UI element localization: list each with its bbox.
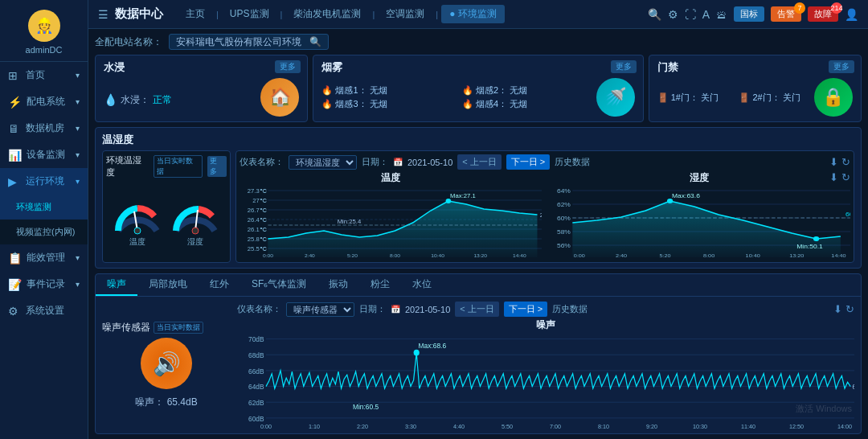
chart-controls: 仪表名称： 环境温湿度 日期： 📅 2021-05-10 < 上一日 下一日 >…	[240, 154, 850, 170]
chevron-datacenter: ▾	[76, 124, 80, 133]
refresh-icon[interactable]: ↻	[841, 156, 850, 168]
station-header: 全配电站名称： 🔍	[95, 34, 862, 50]
tab-dust[interactable]: 粉尘	[359, 274, 401, 296]
svg-text:0:00: 0:00	[574, 253, 585, 257]
badge-national[interactable]: 国标	[734, 6, 764, 22]
sidebar: 👷 adminDC ⊞ 首页 ▾ ⚡ 配电系统 ▾ 🖥 数据机房 ▾ 📊 设备监…	[0, 0, 88, 439]
noise-rt-badge[interactable]: 当日实时数据	[154, 322, 203, 334]
menu-item-devices[interactable]: 📊 设备监测 ▾	[0, 142, 88, 168]
topbar-right: 🔍 ⚙ ⛶ A 🛎 国标 告警 7 故障 214 👤	[648, 6, 858, 22]
door-more[interactable]: 更多	[829, 60, 854, 73]
noise-history-label[interactable]: 历史数据	[552, 303, 588, 315]
noise-download-icon[interactable]: ⬇	[833, 303, 842, 315]
menu-item-environment[interactable]: ▶ 运行环境 ▾	[0, 168, 88, 195]
station-search-input[interactable]	[176, 36, 305, 47]
alarm-count: 7	[794, 2, 805, 14]
menu-item-energy[interactable]: 📋 能效管理 ▾	[0, 244, 88, 271]
svg-text:60.28: 60.28	[845, 211, 850, 218]
noise-next-btn[interactable]: 下一日 >	[504, 302, 547, 317]
tab-sf6[interactable]: SF₆气体监测	[240, 274, 317, 296]
smoke-item-3: 🔥 烟感3： 无烟	[321, 98, 449, 110]
water-card: 水浸 更多 💧 水浸： 正常 🏠	[95, 55, 308, 122]
menu-item-power[interactable]: ⚡ 配电系统 ▾	[0, 88, 88, 115]
svg-text:10:40: 10:40	[431, 252, 444, 257]
bottom-section: 噪声 局部放电 红外 SF₆气体监测 振动 粉尘 水位 噪声传感器 当日实时数据…	[95, 273, 862, 434]
smoke-grid: 🔥 烟感1： 无烟 🔥 烟感2： 无烟 🔥 烟感3	[321, 84, 589, 110]
menu-item-events[interactable]: 📝 事件记录 ▾	[0, 271, 88, 297]
noise-instrument-select[interactable]: 噪声传感器	[286, 302, 354, 317]
download-icon[interactable]: ⬇	[829, 156, 838, 168]
hum-download-icon[interactable]: ⬇	[829, 171, 838, 183]
date-label: 日期：	[362, 156, 388, 168]
water-body: 💧 水浸： 正常 🏠	[104, 78, 299, 117]
menu-item-home[interactable]: ⊞ 首页 ▾	[0, 62, 88, 88]
realtime-badge[interactable]: 当日实时数据	[154, 155, 203, 178]
svg-point-4	[192, 228, 199, 234]
hum-refresh-icon[interactable]: ↻	[841, 171, 850, 183]
tab-content: 噪声传感器 当日实时数据 🔊 噪声： 65.4dB 仪表名称：	[96, 297, 861, 433]
water-icon: 🏠	[260, 78, 299, 117]
water-more[interactable]: 更多	[275, 60, 301, 73]
tab-partial[interactable]: 局部放电	[137, 274, 199, 296]
search-icon[interactable]: 🔍	[648, 8, 661, 21]
font-icon[interactable]: A	[702, 8, 710, 21]
door-item-2: 🚪 2#门： 关门	[739, 92, 808, 104]
nav-tab-ac[interactable]: 空调监测	[378, 5, 432, 23]
gauge-more-btn[interactable]: 更多	[207, 156, 227, 177]
hamburger-icon[interactable]: ☰	[98, 8, 108, 21]
submenu-video[interactable]: 视频监控(内网)	[0, 220, 88, 244]
history-data-label[interactable]: 历史数据	[555, 156, 590, 168]
svg-text:26: 26	[540, 211, 542, 219]
tab-water[interactable]: 水位	[401, 274, 443, 296]
prev-day-btn[interactable]: < 上一日	[457, 154, 501, 170]
lock-icon: 🔒	[822, 87, 844, 108]
svg-text:66dB: 66dB	[248, 367, 264, 375]
svg-text:58%: 58%	[557, 229, 571, 236]
fullscreen-icon[interactable]: ⛶	[685, 8, 696, 21]
tab-infrared[interactable]: 红外	[199, 274, 240, 296]
submenu-env-monitor[interactable]: 环境监测	[0, 195, 88, 220]
smoke-more[interactable]: 更多	[611, 60, 637, 73]
home-icon: ⊞	[8, 69, 21, 82]
noise-refresh-icon[interactable]: ↻	[845, 303, 854, 315]
menu-item-datacenter[interactable]: 🖥 数据机房 ▾	[0, 115, 88, 142]
chevron-devices: ▾	[76, 150, 80, 159]
hum-chart-title: 湿度	[548, 171, 850, 185]
search-icon-small[interactable]: 🔍	[309, 36, 321, 47]
temp-hum-body: 环境温湿度 当日实时数据 更多	[102, 150, 854, 263]
badge-alarm[interactable]: 告警 7	[771, 6, 801, 22]
menu-item-settings[interactable]: ⚙ 系统设置	[0, 297, 88, 324]
svg-text:68dB: 68dB	[248, 351, 264, 359]
temp-gauge-svg: 27.1℃	[110, 192, 165, 236]
door-grid: 🚪 1#门： 关门 🚪 2#门： 关门	[657, 92, 808, 104]
bell-icon[interactable]: 🛎	[716, 8, 727, 21]
nav-tab-env[interactable]: ● 环境监测	[441, 5, 505, 23]
menu-label-devices: 设备监测	[27, 148, 65, 162]
nav-tab-generator[interactable]: 柴油发电机监测	[285, 5, 369, 23]
nav-tab-ups[interactable]: UPS监测	[222, 5, 277, 23]
svg-text:25.5℃: 25.5℃	[248, 245, 266, 252]
charts-area: 仪表名称： 环境温湿度 日期： 📅 2021-05-10 < 上一日 下一日 >…	[235, 150, 854, 263]
badge-fault[interactable]: 故障 214	[808, 6, 838, 22]
noise-prev-btn[interactable]: < 上一日	[455, 302, 498, 317]
user-icon[interactable]: 👤	[845, 8, 858, 21]
tab-noise[interactable]: 噪声	[96, 274, 137, 296]
svg-point-46	[813, 236, 819, 241]
svg-text:27℃: 27℃	[252, 197, 266, 204]
gauge-panel-header: 环境温湿度 当日实时数据 更多	[106, 154, 227, 178]
energy-icon: 📋	[8, 252, 22, 265]
station-label: 全配电站名称：	[95, 35, 162, 49]
svg-text:14:40: 14:40	[513, 252, 526, 257]
submenu-env-monitor-label: 环境监测	[16, 201, 51, 213]
chevron-events: ▾	[76, 280, 80, 289]
chevron-power: ▾	[76, 97, 80, 106]
svg-text:10:40: 10:40	[746, 253, 761, 257]
nav-tab-home[interactable]: 主页	[178, 5, 213, 23]
tab-vibration[interactable]: 振动	[317, 274, 359, 296]
flame-icon-3: 🔥	[321, 99, 333, 109]
instrument-select[interactable]: 环境温湿度	[289, 155, 357, 170]
noise-date-value: 2021-05-10	[405, 305, 450, 314]
svg-point-44	[667, 199, 673, 203]
next-day-btn[interactable]: 下一日 >	[506, 154, 550, 170]
gear-icon[interactable]: ⚙	[668, 8, 678, 21]
